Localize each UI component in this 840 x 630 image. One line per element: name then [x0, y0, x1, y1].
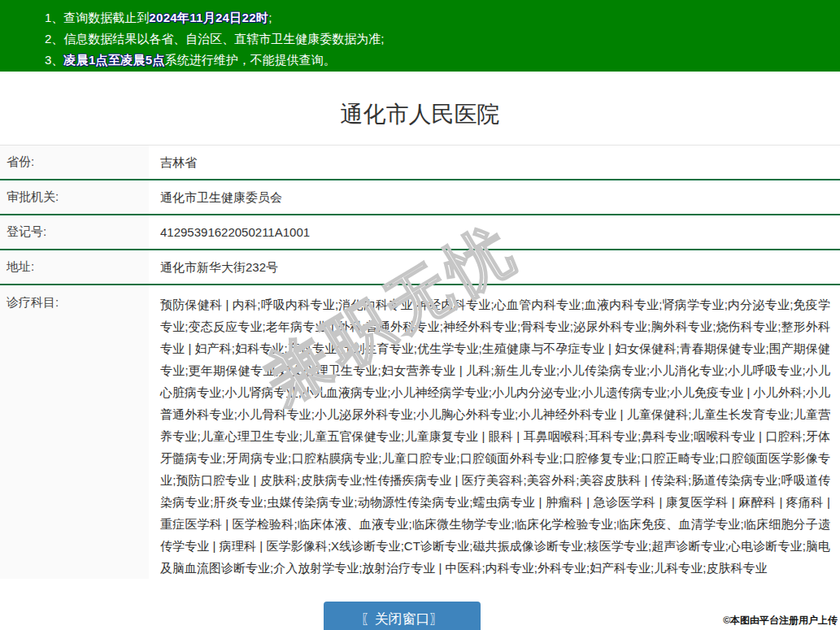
table-row-approval-authority: 审批机关: 通化市卫生健康委员会	[0, 180, 840, 215]
table-row-address: 地址: 通化市新华大街232号	[0, 250, 840, 285]
row-value: 吉林省	[149, 146, 840, 179]
notice-number: 1、	[45, 11, 63, 24]
notice-number: 3、	[45, 53, 63, 67]
notice-line-1: 1、查询数据截止到2024年11月24日22时;	[45, 7, 832, 28]
row-label: 省份:	[0, 146, 149, 179]
row-value: 通化市新华大街232号	[149, 250, 840, 284]
notice-text: ;	[268, 11, 272, 24]
notice-highlight: 2024年11月24日22时	[149, 11, 268, 24]
notice-highlight: 凌晨1点至凌晨5点	[63, 53, 164, 67]
attribution-text: ©本图由平台注册用户上传	[723, 614, 838, 628]
notice-line-3: 3、凌晨1点至凌晨5点系统进行维护，不能提供查询。	[45, 50, 832, 71]
table-row-treatment-subjects: 诊疗科目: 预防保健科 | 内科;呼吸内科专业;消化内科专业;神经内科专业;心血…	[0, 285, 840, 579]
row-label: 地址:	[0, 250, 149, 284]
footer-bar: 〖关闭窗口〗 ©本图由平台注册用户上传	[0, 597, 840, 630]
notice-banner: 1、查询数据截止到2024年11月24日22时; 2、信息数据结果以各省、自治区…	[0, 0, 840, 72]
page: 1、查询数据截止到2024年11月24日22时; 2、信息数据结果以各省、自治区…	[0, 0, 840, 630]
notice-text: 查询数据截止到	[63, 11, 149, 24]
table-row-registration-number: 登记号: 41295391622050211A1001	[0, 215, 840, 250]
row-value: 预防保健科 | 内科;呼吸内科专业;消化内科专业;神经内科专业;心血管内科专业;…	[149, 285, 840, 579]
table-row-province: 省份: 吉林省	[0, 146, 840, 180]
close-window-button[interactable]: 〖关闭窗口〗	[324, 602, 481, 630]
row-label: 审批机关:	[0, 180, 149, 214]
notice-text: 系统进行维护，不能提供查询。	[165, 53, 336, 67]
notice-number: 2、	[45, 32, 63, 46]
row-value: 通化市卫生健康委员会	[149, 180, 840, 214]
row-label: 诊疗科目:	[0, 285, 149, 579]
hospital-info-table: 省份: 吉林省 审批机关: 通化市卫生健康委员会 登记号: 4129539162…	[0, 145, 840, 579]
row-label: 登记号:	[0, 215, 149, 249]
hospital-title: 通化市人民医院	[0, 72, 840, 145]
row-value: 41295391622050211A1001	[149, 215, 840, 249]
notice-text: 信息数据结果以各省、自治区、直辖市卫生健康委数据为准;	[63, 32, 384, 46]
notice-line-2: 2、信息数据结果以各省、自治区、直辖市卫生健康委数据为准;	[45, 28, 832, 50]
